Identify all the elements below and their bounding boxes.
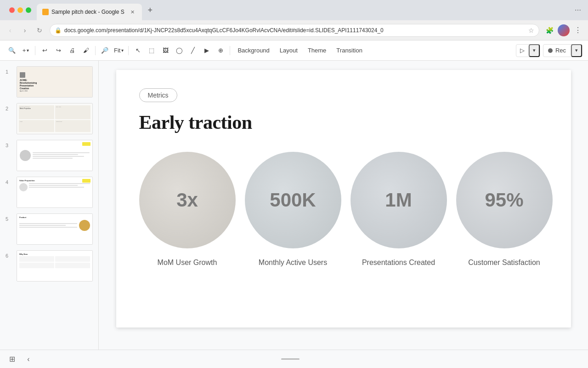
slide-preview-1: ACME:RevolutionizingPresentationCreation… <box>17 66 93 98</box>
nav-bar: ‹ › ↻ 🔒 docs.google.com/presentation/d/1… <box>0 20 588 40</box>
line-button[interactable]: ╱ <box>187 44 199 57</box>
slide-number-2: 2 <box>6 103 13 111</box>
rec-button[interactable]: Rec <box>543 44 571 57</box>
rec-dot-icon <box>548 48 553 53</box>
cursor-button[interactable]: ↖ <box>131 44 144 57</box>
fullscreen-window-button[interactable] <box>26 7 31 13</box>
present-control: ▷ ▾ <box>516 44 540 57</box>
slides-toolbar: 🔍 + ▾ ↩ ↪ 🖨 🖌 🔎 Fit ▾ ↖ ⬚ 🖼 ◯ ╱ ▶ ⊕ Back… <box>0 40 588 61</box>
metric-label-2: Monthly Active Users <box>259 258 327 268</box>
metric-item-4: 95% Customer Satisfaction <box>456 152 553 268</box>
address-bar[interactable]: 🔒 docs.google.com/presentation/d/1Kj-JNC… <box>50 24 539 37</box>
layout-label: Layout <box>280 47 298 54</box>
tab-bar: Sample pitch deck - Google S ✕ + ⋯ <box>0 0 588 20</box>
slide-preview-4: Value Proposition <box>17 177 93 208</box>
s1-title-text: ACME:RevolutionizingPresentationCreation <box>20 79 90 90</box>
tab-favicon-icon <box>42 9 49 15</box>
traffic-lights <box>4 7 37 13</box>
metric-item-3: 1M Presentations Created <box>351 152 447 268</box>
slide-number-1: 1 <box>6 66 13 75</box>
browser-menu-icon[interactable]: ⋯ <box>571 4 584 17</box>
metric-circle-1: 3x <box>139 152 236 248</box>
add-caret-icon: ▾ <box>27 48 29 53</box>
back-button[interactable]: ‹ <box>4 24 17 37</box>
slide-preview-5: Product <box>17 213 93 245</box>
metric-value-1: 3x <box>176 189 198 211</box>
layout-button[interactable]: Layout <box>275 44 302 57</box>
bottom-left: ⊞ ‹ <box>6 353 35 366</box>
metrics-row: 3x MoM User Growth 500K Monthly Active U… <box>139 152 548 268</box>
collapse-panel-button[interactable]: ‹ <box>22 353 35 366</box>
metric-value-2: 500K <box>270 189 316 211</box>
transition-button[interactable]: Transition <box>332 44 367 57</box>
search-button[interactable]: 🔍 <box>6 44 18 57</box>
address-text: docs.google.com/presentation/d/1Kj-JNCP2… <box>64 27 526 34</box>
slide-thumb-4[interactable]: 4 Value Proposition <box>4 175 95 210</box>
more-tools-button[interactable]: ⊕ <box>214 44 227 57</box>
tab-close-button[interactable]: ✕ <box>129 8 136 16</box>
active-tab[interactable]: Sample pitch deck - Google S ✕ <box>37 4 142 20</box>
image-button[interactable]: 🖼 <box>159 44 172 57</box>
new-tab-button[interactable]: + <box>144 4 157 17</box>
grid-view-button[interactable]: ⊞ <box>6 353 18 366</box>
rec-caret-button[interactable]: ▾ <box>571 44 582 57</box>
metric-circle-3: 1M <box>351 152 447 248</box>
slide-number-3: 3 <box>6 140 13 148</box>
rec-control: Rec ▾ <box>543 44 582 57</box>
slide-thumb-1[interactable]: 1 ACME:RevolutionizingPresentationCreati… <box>4 64 95 99</box>
theme-button[interactable]: Theme <box>303 44 331 57</box>
metric-label-1: MoM User Growth <box>158 258 217 268</box>
slide-thumb-6[interactable]: 6 Why Now <box>4 248 95 283</box>
add-button[interactable]: + ▾ <box>19 44 32 57</box>
metric-item-2: 500K Monthly Active Users <box>245 152 341 268</box>
bottom-bar: ⊞ ‹ <box>0 350 588 368</box>
slide-thumb-2[interactable]: 2 Problem StatementMetric Proposition Wh… <box>4 101 95 136</box>
rec-label: Rec <box>555 47 566 54</box>
slide-number-5: 5 <box>6 213 13 222</box>
select-button[interactable]: ⬚ <box>145 44 158 57</box>
slide-number-4: 4 <box>6 177 13 185</box>
tab-title: Sample pitch deck - Google S <box>51 9 124 15</box>
lock-icon: 🔒 <box>55 27 62 34</box>
metric-label-4: Customer Satisfaction <box>468 258 540 268</box>
fit-button[interactable]: Fit ▾ <box>112 44 125 57</box>
s1-logo-icon <box>20 72 25 78</box>
close-window-button[interactable] <box>9 7 15 13</box>
reload-button[interactable]: ↻ <box>33 24 46 37</box>
toolbar-divider-2 <box>95 46 96 55</box>
user-avatar[interactable] <box>558 24 570 36</box>
undo-button[interactable]: ↩ <box>38 44 51 57</box>
print-button[interactable]: 🖨 <box>66 44 79 57</box>
fit-caret-icon: ▾ <box>121 48 124 53</box>
background-button[interactable]: Background <box>233 44 274 57</box>
video-button[interactable]: ▶ <box>200 44 213 57</box>
s3-circle-icon <box>20 150 31 161</box>
metric-circle-4: 95% <box>456 152 553 248</box>
slide-thumb-3[interactable]: 3 <box>4 138 95 173</box>
scroll-indicator <box>281 358 300 360</box>
bookmark-icon[interactable]: ☆ <box>528 27 534 34</box>
redo-button[interactable]: ↪ <box>52 44 65 57</box>
slide-thumb-5[interactable]: 5 Product <box>4 212 95 247</box>
minimize-window-button[interactable] <box>17 7 23 13</box>
s1-sub-text: April 2, 2024 <box>20 90 90 92</box>
canvas-area[interactable]: Metrics Early traction 3x MoM User Growt… <box>99 61 588 350</box>
slide-preview-6: Why Now <box>17 250 93 282</box>
fit-label: Fit <box>114 47 120 54</box>
present-caret-button[interactable]: ▾ <box>529 44 540 57</box>
forward-button[interactable]: › <box>18 24 31 37</box>
chrome-menu-button[interactable]: ⋮ <box>571 24 584 37</box>
transition-label: Transition <box>336 47 362 54</box>
extensions-button[interactable]: 🧩 <box>543 24 556 37</box>
bottom-center <box>281 358 300 360</box>
theme-label: Theme <box>308 47 326 54</box>
present-button[interactable]: ▷ <box>516 44 528 57</box>
main-area: 1 ACME:RevolutionizingPresentationCreati… <box>0 61 588 350</box>
zoom-button[interactable]: 🔎 <box>98 44 111 57</box>
paint-format-button[interactable]: 🖌 <box>79 44 92 57</box>
slide-preview-2: Problem StatementMetric Proposition Why … <box>17 103 93 134</box>
metrics-badge-text: Metrics <box>148 92 169 99</box>
toolbar-divider-1 <box>35 46 35 55</box>
shape-button[interactable]: ◯ <box>173 44 186 57</box>
metric-item-1: 3x MoM User Growth <box>139 152 236 268</box>
